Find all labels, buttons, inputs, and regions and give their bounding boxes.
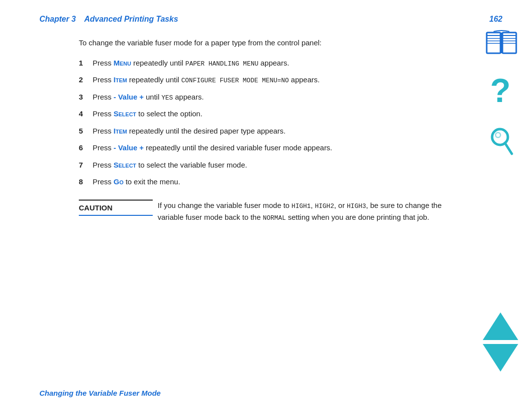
- step-6-text: Press - Value + repeatedly until the des…: [93, 142, 332, 154]
- step-2-num: 2: [79, 74, 93, 86]
- arrow-down-icon[interactable]: [483, 344, 518, 372]
- step-2-code: CONFIGURE FUSER MODE MENU=NO: [181, 77, 289, 84]
- step-7-text: Press Select to select the variable fuse…: [93, 160, 247, 171]
- caution-text: If you change the variable fuser mode to…: [158, 200, 453, 223]
- intro-text: To change the variable fuser mode for a …: [79, 37, 502, 49]
- caution-code-1: HIGH1: [292, 203, 311, 210]
- page-header: Chapter 3 Advanced Printing Tasks 162: [39, 15, 502, 24]
- page-number: 162: [489, 15, 502, 24]
- step-2: 2 Press Item repeatedly until CONFIGURE …: [79, 74, 502, 86]
- step-5-key: Item: [114, 127, 127, 135]
- caution-section: CAUTION If you change the variable fuser…: [79, 200, 502, 223]
- step-5: 5 Press Item repeatedly until the desire…: [79, 126, 502, 137]
- step-8-key: Go: [114, 177, 124, 186]
- arrow-up-icon[interactable]: [483, 312, 518, 340]
- step-3-code: YES: [162, 94, 173, 102]
- question-icon[interactable]: ?: [488, 74, 515, 111]
- page-container: Chapter 3 Advanced Printing Tasks 162 To…: [0, 0, 532, 411]
- step-6-key: - Value +: [114, 143, 144, 152]
- caution-code-4: NORMAL: [263, 214, 286, 222]
- step-1-key: Menu: [114, 59, 132, 67]
- step-7: 7 Press Select to select the variable fu…: [79, 160, 502, 171]
- caution-label-col: CAUTION: [79, 200, 153, 216]
- sidebar-icons: ?: [485, 30, 518, 160]
- step-6-num: 6: [79, 142, 93, 154]
- step-8: 8 Press Go to exit the menu.: [79, 176, 502, 188]
- page-footer: Changing the Variable Fuser Mode: [39, 389, 161, 397]
- steps-list: 1 Press Menu repeatedly until PAPER HAND…: [79, 58, 502, 188]
- step-7-key: Select: [114, 161, 136, 169]
- step-1-text: Press Menu repeatedly until PAPER HANDLI…: [93, 58, 289, 69]
- step-8-text: Press Go to exit the menu.: [93, 176, 180, 188]
- step-3-key: - Value +: [114, 93, 144, 101]
- step-3-num: 3: [79, 92, 93, 103]
- step-4-text: Press Select to select the option.: [93, 108, 202, 120]
- chapter-label: Chapter 3: [39, 15, 76, 23]
- step-3: 3 Press - Value + until YES appears.: [79, 92, 502, 103]
- step-5-num: 5: [79, 126, 93, 137]
- chapter-title: Chapter 3 Advanced Printing Tasks: [39, 15, 178, 24]
- svg-line-13: [505, 143, 512, 154]
- step-4-num: 4: [79, 108, 93, 120]
- step-1-num: 1: [79, 58, 93, 69]
- caution-code-3: HIGH3: [347, 203, 366, 210]
- search-icon[interactable]: [487, 126, 516, 160]
- svg-text:?: ?: [490, 74, 511, 109]
- step-7-num: 7: [79, 160, 93, 171]
- step-1-code: PAPER HANDLING MENU: [185, 60, 258, 68]
- caution-code-2: HIGH2: [315, 203, 334, 210]
- step-5-text: Press Item repeatedly until the desired …: [93, 126, 286, 137]
- nav-arrows: [483, 312, 518, 372]
- step-4: 4 Press Select to select the option.: [79, 108, 502, 120]
- book-icon[interactable]: [485, 30, 518, 60]
- footer-text: Changing the Variable Fuser Mode: [39, 389, 161, 397]
- step-4-key: Select: [114, 109, 136, 118]
- svg-point-14: [496, 133, 500, 137]
- step-6: 6 Press - Value + repeatedly until the d…: [79, 142, 502, 154]
- step-2-text: Press Item repeatedly until CONFIGURE FU…: [93, 74, 320, 86]
- chapter-name: Advanced Printing Tasks: [84, 15, 178, 23]
- caution-label: CAUTION: [79, 204, 112, 212]
- step-2-key: Item: [114, 75, 127, 84]
- step-3-text: Press - Value + until YES appears.: [93, 92, 204, 103]
- step-8-num: 8: [79, 176, 93, 188]
- step-1: 1 Press Menu repeatedly until PAPER HAND…: [79, 58, 502, 69]
